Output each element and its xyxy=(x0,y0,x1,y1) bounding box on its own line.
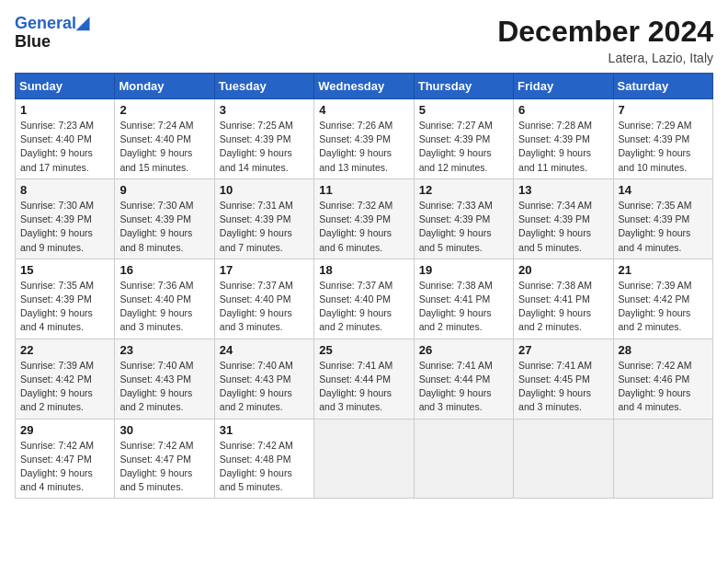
day-number: 25 xyxy=(319,343,408,357)
day-number: 23 xyxy=(119,343,209,357)
calendar-day-cell: 4 Sunrise: 7:26 AMSunset: 4:39 PMDayligh… xyxy=(314,99,414,179)
header-tuesday: Tuesday xyxy=(214,74,313,99)
day-info: Sunrise: 7:29 AMSunset: 4:39 PMDaylight:… xyxy=(619,119,708,175)
calendar-week-row: 29 Sunrise: 7:42 AMSunset: 4:47 PMDaylig… xyxy=(16,419,713,499)
calendar-day-cell: 19 Sunrise: 7:38 AMSunset: 4:41 PMDaylig… xyxy=(414,259,513,339)
calendar-day-cell: 25 Sunrise: 7:41 AMSunset: 4:44 PMDaylig… xyxy=(314,339,414,419)
calendar-day-cell: 27 Sunrise: 7:41 AMSunset: 4:45 PMDaylig… xyxy=(514,339,613,419)
day-number: 29 xyxy=(20,423,109,437)
logo-line2: Blue xyxy=(15,33,89,52)
day-info: Sunrise: 7:38 AMSunset: 4:41 PMDaylight:… xyxy=(419,279,508,335)
day-info: Sunrise: 7:24 AMSunset: 4:40 PMDaylight:… xyxy=(119,119,209,175)
day-info: Sunrise: 7:42 AMSunset: 4:46 PMDaylight:… xyxy=(619,359,708,415)
day-info: Sunrise: 7:41 AMSunset: 4:44 PMDaylight:… xyxy=(419,359,508,415)
calendar-day-cell: 12 Sunrise: 7:33 AMSunset: 4:39 PMDaylig… xyxy=(414,178,513,259)
day-info: Sunrise: 7:23 AMSunset: 4:40 PMDaylight:… xyxy=(20,119,109,175)
day-info: Sunrise: 7:40 AMSunset: 4:43 PMDaylight:… xyxy=(119,359,209,415)
calendar-day-cell: 13 Sunrise: 7:34 AMSunset: 4:39 PMDaylig… xyxy=(514,178,613,259)
day-number: 26 xyxy=(419,343,508,357)
calendar-header-row: Sunday Monday Tuesday Wednesday Thursday… xyxy=(16,74,713,99)
calendar-day-cell: 29 Sunrise: 7:42 AMSunset: 4:47 PMDaylig… xyxy=(16,419,115,499)
calendar-day-cell: 9 Sunrise: 7:30 AMSunset: 4:39 PMDayligh… xyxy=(115,178,214,259)
day-number: 19 xyxy=(419,263,508,277)
day-info: Sunrise: 7:26 AMSunset: 4:39 PMDaylight:… xyxy=(319,119,408,175)
calendar-day-cell: 20 Sunrise: 7:38 AMSunset: 4:41 PMDaylig… xyxy=(514,259,613,339)
calendar-day-cell: 18 Sunrise: 7:37 AMSunset: 4:40 PMDaylig… xyxy=(314,259,414,339)
day-info: Sunrise: 7:30 AMSunset: 4:39 PMDaylight:… xyxy=(20,199,109,255)
day-info: Sunrise: 7:39 AMSunset: 4:42 PMDaylight:… xyxy=(619,279,708,335)
calendar-day-cell: 16 Sunrise: 7:36 AMSunset: 4:40 PMDaylig… xyxy=(115,259,214,339)
day-number: 1 xyxy=(20,103,109,117)
calendar-day-cell: 31 Sunrise: 7:42 AMSunset: 4:48 PMDaylig… xyxy=(214,419,313,499)
day-number: 5 xyxy=(419,103,508,117)
day-number: 7 xyxy=(619,103,708,117)
day-info: Sunrise: 7:41 AMSunset: 4:44 PMDaylight:… xyxy=(319,359,408,415)
day-number: 4 xyxy=(319,103,408,117)
header-sunday: Sunday xyxy=(16,74,115,99)
day-info: Sunrise: 7:42 AMSunset: 4:47 PMDaylight:… xyxy=(119,439,209,495)
day-info: Sunrise: 7:33 AMSunset: 4:39 PMDaylight:… xyxy=(419,199,508,255)
day-number: 20 xyxy=(518,263,608,277)
calendar-day-cell: 6 Sunrise: 7:28 AMSunset: 4:39 PMDayligh… xyxy=(514,99,613,179)
month-title: December 2024 xyxy=(497,15,713,49)
day-info: Sunrise: 7:35 AMSunset: 4:39 PMDaylight:… xyxy=(619,199,708,255)
day-number: 30 xyxy=(119,423,209,437)
calendar-day-cell xyxy=(514,419,613,499)
calendar-day-cell: 15 Sunrise: 7:35 AMSunset: 4:39 PMDaylig… xyxy=(16,259,115,339)
day-number: 22 xyxy=(20,343,109,357)
day-info: Sunrise: 7:30 AMSunset: 4:39 PMDaylight:… xyxy=(119,199,209,255)
day-number: 13 xyxy=(518,183,608,197)
day-info: Sunrise: 7:35 AMSunset: 4:39 PMDaylight:… xyxy=(20,279,109,335)
day-info: Sunrise: 7:31 AMSunset: 4:39 PMDaylight:… xyxy=(220,199,309,255)
calendar-day-cell: 22 Sunrise: 7:39 AMSunset: 4:42 PMDaylig… xyxy=(16,339,115,419)
calendar-day-cell: 7 Sunrise: 7:29 AMSunset: 4:39 PMDayligh… xyxy=(613,99,712,179)
header-friday: Friday xyxy=(514,74,613,99)
calendar-week-row: 22 Sunrise: 7:39 AMSunset: 4:42 PMDaylig… xyxy=(16,339,713,419)
day-info: Sunrise: 7:32 AMSunset: 4:39 PMDaylight:… xyxy=(319,199,408,255)
calendar-day-cell: 11 Sunrise: 7:32 AMSunset: 4:39 PMDaylig… xyxy=(314,178,414,259)
calendar-day-cell: 26 Sunrise: 7:41 AMSunset: 4:44 PMDaylig… xyxy=(414,339,513,419)
day-info: Sunrise: 7:38 AMSunset: 4:41 PMDaylight:… xyxy=(518,279,608,335)
calendar-day-cell: 2 Sunrise: 7:24 AMSunset: 4:40 PMDayligh… xyxy=(115,99,214,179)
day-info: Sunrise: 7:27 AMSunset: 4:39 PMDaylight:… xyxy=(419,119,508,175)
day-info: Sunrise: 7:40 AMSunset: 4:43 PMDaylight:… xyxy=(220,359,309,415)
header-thursday: Thursday xyxy=(414,74,513,99)
day-number: 31 xyxy=(220,423,309,437)
calendar-day-cell: 24 Sunrise: 7:40 AMSunset: 4:43 PMDaylig… xyxy=(214,339,313,419)
day-number: 16 xyxy=(119,263,209,277)
day-number: 28 xyxy=(619,343,708,357)
day-number: 21 xyxy=(619,263,708,277)
day-number: 27 xyxy=(518,343,608,357)
day-number: 10 xyxy=(220,183,309,197)
day-info: Sunrise: 7:34 AMSunset: 4:39 PMDaylight:… xyxy=(518,199,608,255)
header-saturday: Saturday xyxy=(613,74,712,99)
calendar-day-cell: 10 Sunrise: 7:31 AMSunset: 4:39 PMDaylig… xyxy=(214,178,313,259)
calendar-day-cell: 5 Sunrise: 7:27 AMSunset: 4:39 PMDayligh… xyxy=(414,99,513,179)
calendar-day-cell: 3 Sunrise: 7:25 AMSunset: 4:39 PMDayligh… xyxy=(214,99,313,179)
logo: General◢ Blue xyxy=(15,15,89,52)
page-header: General◢ Blue December 2024 Latera, Lazi… xyxy=(15,15,713,65)
day-info: Sunrise: 7:37 AMSunset: 4:40 PMDaylight:… xyxy=(220,279,309,335)
day-info: Sunrise: 7:42 AMSunset: 4:47 PMDaylight:… xyxy=(20,439,109,495)
day-number: 11 xyxy=(319,183,408,197)
day-info: Sunrise: 7:37 AMSunset: 4:40 PMDaylight:… xyxy=(319,279,408,335)
day-number: 8 xyxy=(20,183,109,197)
day-number: 15 xyxy=(20,263,109,277)
day-number: 14 xyxy=(619,183,708,197)
calendar-day-cell xyxy=(414,419,513,499)
day-number: 24 xyxy=(220,343,309,357)
header-wednesday: Wednesday xyxy=(314,74,414,99)
day-number: 9 xyxy=(119,183,209,197)
title-section: December 2024 Latera, Lazio, Italy xyxy=(497,15,713,65)
day-info: Sunrise: 7:42 AMSunset: 4:48 PMDaylight:… xyxy=(220,439,309,495)
day-info: Sunrise: 7:25 AMSunset: 4:39 PMDaylight:… xyxy=(220,119,309,175)
calendar-table: Sunday Monday Tuesday Wednesday Thursday… xyxy=(15,73,713,499)
calendar-day-cell: 1 Sunrise: 7:23 AMSunset: 4:40 PMDayligh… xyxy=(16,99,115,179)
calendar-day-cell xyxy=(314,419,414,499)
calendar-day-cell xyxy=(613,419,712,499)
calendar-week-row: 1 Sunrise: 7:23 AMSunset: 4:40 PMDayligh… xyxy=(16,99,713,179)
day-info: Sunrise: 7:41 AMSunset: 4:45 PMDaylight:… xyxy=(518,359,608,415)
day-info: Sunrise: 7:28 AMSunset: 4:39 PMDaylight:… xyxy=(518,119,608,175)
logo-text: General◢ xyxy=(15,15,89,33)
calendar-day-cell: 21 Sunrise: 7:39 AMSunset: 4:42 PMDaylig… xyxy=(613,259,712,339)
